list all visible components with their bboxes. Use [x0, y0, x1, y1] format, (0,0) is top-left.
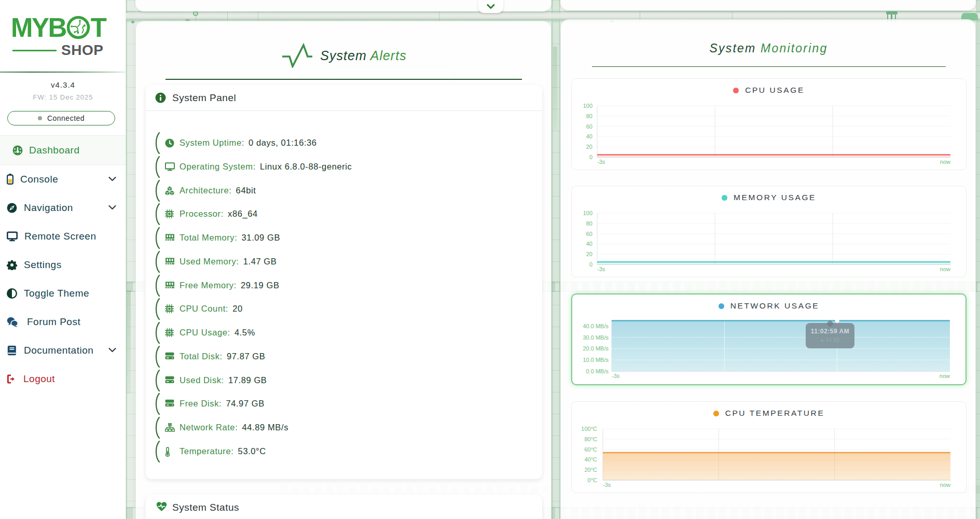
svg-text:20°C: 20°C — [584, 467, 597, 473]
svg-text:now: now — [940, 159, 950, 165]
svg-text:80: 80 — [586, 113, 592, 119]
svg-text:40°C: 40°C — [584, 456, 597, 462]
svg-text:20: 20 — [586, 251, 592, 257]
svg-text:-3s: -3s — [612, 373, 620, 379]
svg-text:100: 100 — [583, 210, 592, 216]
svg-text:30.0 MB/s: 30.0 MB/s — [583, 334, 609, 341]
svg-text:now: now — [940, 482, 950, 488]
svg-text:60°C: 60°C — [584, 446, 597, 453]
svg-text:60: 60 — [586, 231, 592, 237]
svg-text:0: 0 — [589, 154, 592, 160]
svg-text:100°C: 100°C — [581, 426, 597, 432]
svg-text:10.0 MB/s: 10.0 MB/s — [583, 357, 609, 363]
svg-text:20: 20 — [586, 144, 592, 150]
svg-text:100: 100 — [583, 103, 592, 109]
svg-text:60: 60 — [586, 123, 592, 130]
svg-text:-3s: -3s — [597, 159, 605, 165]
svg-text:now: now — [940, 266, 950, 272]
svg-text:80°C: 80°C — [584, 436, 597, 442]
svg-text:now: now — [940, 373, 950, 379]
svg-text:80: 80 — [586, 220, 592, 227]
svg-text:0°C: 0°C — [588, 477, 598, 483]
svg-text:-3s: -3s — [597, 266, 605, 272]
svg-text:-3s: -3s — [603, 482, 611, 488]
svg-text:20.0 MB/s: 20.0 MB/s — [583, 345, 609, 352]
svg-text:0.0 MB/s: 0.0 MB/s — [586, 368, 609, 374]
svg-text:0: 0 — [589, 261, 592, 268]
svg-text:40.0 MB/s: 40.0 MB/s — [583, 323, 609, 329]
svg-text:40: 40 — [586, 241, 592, 247]
svg-text:40: 40 — [586, 133, 592, 139]
